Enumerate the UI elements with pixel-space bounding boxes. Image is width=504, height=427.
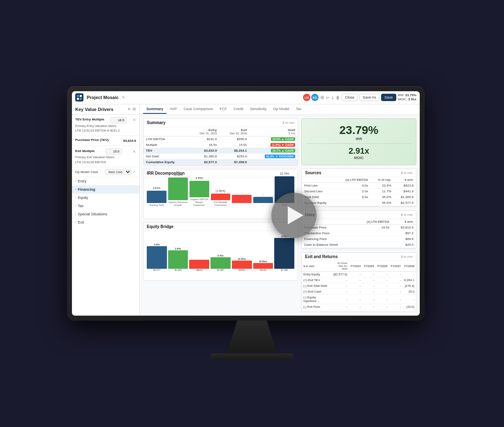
tev-entry-clear[interactable]: ✕ [133, 118, 136, 122]
bar-starting-yield: 3.83% Starting Yield [147, 191, 166, 207]
table-row: (-) Equity Injections ... - - - - - - [302, 295, 416, 304]
sources-card: Sources $ in mm (x) LTH EBITDA [301, 168, 416, 207]
irr-label: IRR [307, 137, 411, 141]
ret-col-fy26: FY2026 [376, 261, 389, 272]
table-row: Gross Sponsor Equity 2,577.0 - - - - 7,9… [302, 310, 416, 312]
summary-col-empty [143, 127, 189, 136]
sources-table: (x) LTH EBITDA % of cap. $ amt. [302, 177, 416, 207]
tab-op-model[interactable]: Op Model [270, 105, 292, 114]
check-icon: ✓ [133, 170, 136, 174]
primary-exit-label: Primary Exit Valuation Metric [75, 155, 136, 159]
close-button[interactable]: Close [342, 94, 358, 101]
op-model-row: Op Model Case Base Case ✓ [72, 167, 139, 177]
tab-credit[interactable]: Credit [230, 105, 247, 114]
irr-badge: IRR: 23.79% MOIC: 3.91x [398, 93, 416, 102]
uses-col-ebitda: (x) LTH EBITDA [354, 219, 392, 225]
right-panel: 23.79% IRR 2.91x MOIC [301, 118, 416, 312]
sources-title: Sources [305, 171, 321, 175]
sources-unit: $ in mm [401, 171, 413, 175]
add-user-icon[interactable]: ⊕ [320, 95, 324, 100]
table-row: (+) Exit TEV - - - - - 8,264.1 [302, 277, 416, 283]
tab-sensitivity[interactable]: Sensitivity [247, 105, 270, 114]
ret-col-fy24: FY2024 [349, 261, 363, 272]
tev-entry-input[interactable] [110, 117, 127, 123]
summary-col-exit: Exit Dec 31, 2028 [219, 127, 249, 136]
exit-returns-unit: $ in mm [401, 255, 413, 259]
table-row: (+) Exit Cash - - - - - 25.0 [302, 289, 416, 295]
uses-unit: $ in mm [401, 213, 413, 217]
sidebar: Key Value Drivers ✕ ⚙ TEV Entry Multiple [72, 104, 140, 316]
table-row: Financing Fees $69.8 [302, 236, 416, 242]
undo-icon[interactable]: ↩ [326, 95, 329, 100]
bar-ebitda-margin: 4.95% Organic EBITDA Margin Expansion [190, 181, 209, 207]
sidebar-item-financing[interactable]: › Financing [72, 185, 139, 194]
summary-col-hold: Hold 5 Yrs [250, 127, 298, 136]
avatar-lm: LM [303, 94, 310, 101]
bar-exit-contraction: (1.96%) Exit Multiple Contraction [211, 194, 231, 207]
summary-table: Entry Dec 31, 2023 Exit Dec 31, 2028 [143, 127, 298, 165]
save-button[interactable]: Save [381, 94, 396, 101]
tab-fcf[interactable]: FCF [216, 105, 230, 114]
ret-col-fy28: FY2028 [402, 261, 416, 272]
exit-multiple-clear[interactable]: ✕ [133, 150, 136, 154]
exit-returns-card: Exit and Returns $ in mm $ in mm At [301, 252, 416, 312]
svg-rect-1 [80, 95, 82, 97]
download-icon[interactable]: ⤓ [331, 95, 334, 100]
table-row: Purchase Price 16.5x $3,810.9 [302, 224, 416, 230]
sources-col-ebitda: (x) LTH EBITDA [336, 177, 370, 183]
cagr-badge-3: 16.7% ▲ CAGR [271, 149, 295, 152]
table-row: LTM EBITDA $231.0 $550.9 19.0% ▲ CAGR [143, 136, 298, 142]
tab-case-comparison[interactable]: Case Comparison [180, 105, 216, 114]
sidebar-title: Key Value Drivers [75, 107, 113, 112]
table-row: (-) Exit Fees - - - - - (20.0) [302, 304, 416, 310]
wf-bar-entry: 1.00x $2,577 [147, 243, 167, 271]
sources-total-row: Total Sources $3,962.8 [302, 205, 416, 207]
settings-icon[interactable]: ⚙ [132, 107, 136, 111]
tab-summary[interactable]: Summary [143, 105, 166, 114]
wf-bar-pos2: 0.43x $1,087 [210, 254, 231, 271]
uses-total-row: Total Uses $3,962.8 [302, 247, 416, 249]
table-row-tev: TEV $3,810.9 $8,264.1 16.7% ▲ CAGR [143, 148, 298, 153]
nav-list: › Entry › Financing › Equity [72, 177, 139, 226]
sidebar-item-tax[interactable]: › Tax [72, 202, 139, 210]
returns-table: $ in mm At CloseDec 31, 2023 FY2024 FY20… [302, 261, 416, 312]
project-title: Project Mosaic [87, 95, 119, 100]
play-button[interactable] [271, 193, 317, 238]
bar-revenue-growth: 13.48% Organic Revenue Growth [168, 178, 188, 207]
table-row: First Lien 4.0x 23.3% $923.8 [302, 182, 416, 188]
save-as-button[interactable]: Save As [359, 94, 379, 101]
op-model-label: Op Model Case [75, 170, 98, 174]
uses-col-amt: $ amt. [392, 219, 416, 225]
bar-other2: ... ... [253, 197, 273, 207]
tab-avp[interactable]: AVP [166, 105, 180, 114]
ret-col-close: At CloseDec 31, 2023 [331, 261, 349, 272]
avatar-kg: KG [311, 94, 319, 101]
sidebar-item-exit[interactable]: › Exit [72, 218, 139, 226]
svg-rect-3 [80, 98, 82, 100]
summary-title: Summary [147, 120, 166, 125]
sidebar-item-equity[interactable]: › Equity [72, 194, 139, 202]
table-row: (-) Exit Total Debt - - - - - (278.4) [302, 283, 416, 289]
delete-icon[interactable]: 🗑 [336, 95, 340, 100]
summary-unit: $ in mm [283, 121, 294, 125]
irr-number: 23.79% [307, 124, 411, 137]
purchase-price-label: Purchase Price (TEV): [75, 138, 110, 142]
paydown-badge: 81.6% ▼ PAYDOWN [265, 155, 295, 158]
moic-number: 2.91x [307, 146, 411, 156]
irr-display-card: 23.79% IRR 2.91x MOIC [301, 118, 416, 165]
equity-bridge-title: Equity Bridge [147, 224, 173, 229]
table-row: Transaction Fees $57.2 [302, 230, 416, 236]
edit-icon[interactable]: ✎ [122, 95, 125, 99]
close-sidebar-icon[interactable]: ✕ [127, 107, 131, 111]
op-model-select[interactable]: Base Case [105, 169, 132, 175]
tab-tax[interactable]: Tax [292, 105, 305, 114]
primary-entry-metric: LTM 12/31/23 EBITDA of $231.0 [75, 129, 136, 133]
sidebar-item-special[interactable]: › Special Situations [72, 210, 139, 218]
exit-multiple-label: Exit Multiple [75, 149, 95, 153]
equity-bridge-chart: 1.00x $2,577 2.05x [143, 231, 298, 280]
wf-bar-rev: 2.05x $1,390 [168, 247, 188, 271]
exit-multiple-input[interactable] [106, 148, 122, 155]
table-row: Multiple 16.5x 15.0x (1.9%) ▼ CAGR [143, 142, 298, 148]
sidebar-item-entry[interactable]: › Entry [72, 177, 139, 185]
bar-other1: ... ... [232, 195, 252, 207]
